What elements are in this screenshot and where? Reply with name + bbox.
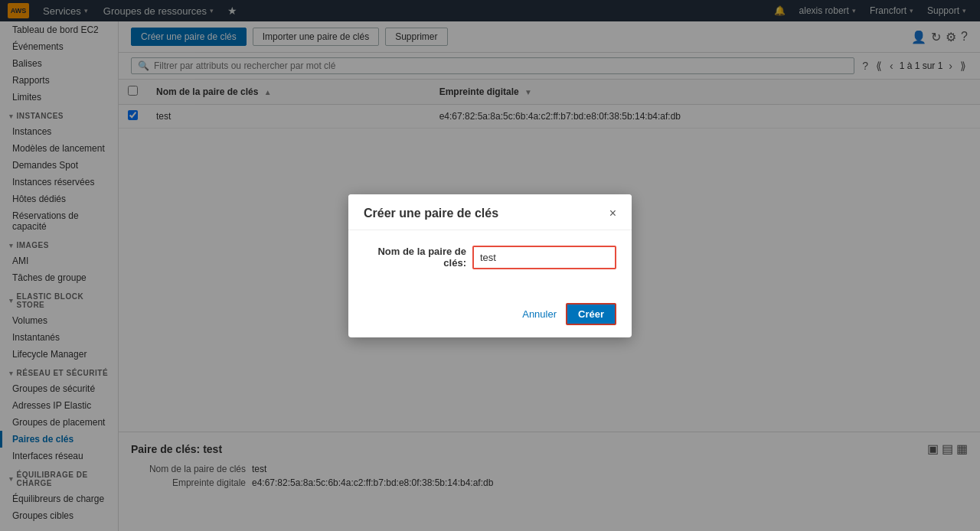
key-name-input[interactable] — [472, 246, 616, 269]
create-key-pair-modal: Créer une paire de clés × Nom de la pair… — [348, 194, 632, 337]
form-label-key-name: Nom de la paire de clés: — [364, 246, 466, 269]
modal-header: Créer une paire de clés × — [348, 194, 632, 230]
form-row-key-name: Nom de la paire de clés: — [364, 246, 616, 269]
modal-footer: Annuler Créer — [348, 294, 632, 337]
modal-close-button[interactable]: × — [609, 207, 616, 220]
modal-create-button[interactable]: Créer — [566, 303, 616, 325]
modal-title: Créer une paire de clés — [364, 207, 498, 220]
modal-cancel-button[interactable]: Annuler — [522, 308, 557, 320]
modal-overlay: Créer une paire de clés × Nom de la pair… — [0, 0, 980, 531]
modal-body: Nom de la paire de clés: — [348, 230, 632, 294]
